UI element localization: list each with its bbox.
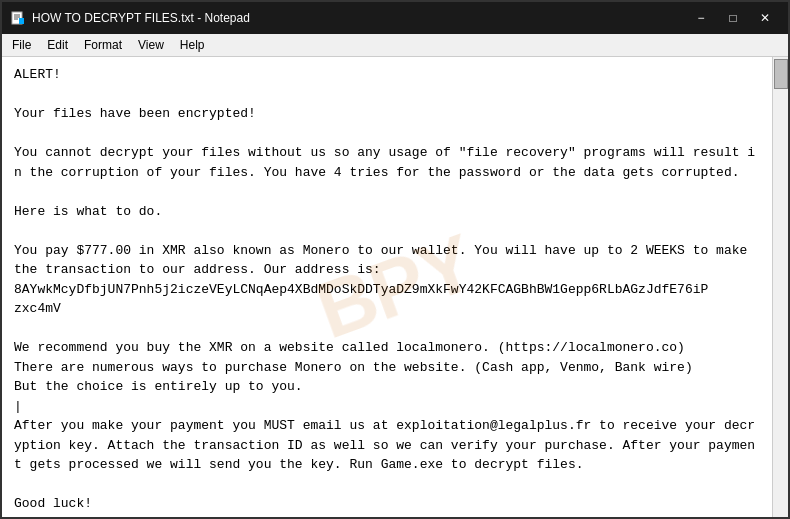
content-area: BPY ALERT! Your files have been encrypte…	[2, 57, 788, 517]
minimize-button[interactable]: −	[686, 6, 716, 30]
notepad-icon	[10, 10, 26, 26]
menu-view[interactable]: View	[132, 36, 170, 54]
text-content[interactable]: ALERT! Your files have been encrypted! Y…	[2, 57, 772, 517]
title-bar: HOW TO DECRYPT FILES.txt - Notepad − □ ✕	[2, 2, 788, 34]
close-button[interactable]: ✕	[750, 6, 780, 30]
menu-help[interactable]: Help	[174, 36, 211, 54]
menu-file[interactable]: File	[6, 36, 37, 54]
title-bar-left: HOW TO DECRYPT FILES.txt - Notepad	[10, 10, 250, 26]
menu-edit[interactable]: Edit	[41, 36, 74, 54]
maximize-button[interactable]: □	[718, 6, 748, 30]
scrollbar[interactable]	[772, 57, 788, 517]
scrollbar-thumb[interactable]	[774, 59, 788, 89]
window-title: HOW TO DECRYPT FILES.txt - Notepad	[32, 11, 250, 25]
window-controls: − □ ✕	[686, 6, 780, 30]
menu-format[interactable]: Format	[78, 36, 128, 54]
notepad-window: HOW TO DECRYPT FILES.txt - Notepad − □ ✕…	[0, 0, 790, 519]
svg-rect-4	[19, 18, 24, 24]
menu-bar: File Edit Format View Help	[2, 34, 788, 57]
